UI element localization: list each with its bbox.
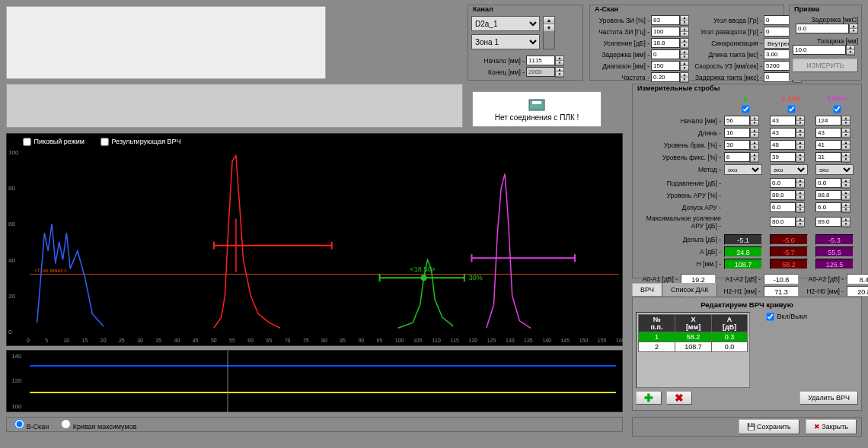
bscan-radio[interactable]: B-Скан (14, 419, 49, 431)
svg-text:20: 20 (8, 293, 15, 300)
svg-text:120: 120 (11, 377, 22, 384)
result-value: -5.1 (724, 234, 762, 245)
svg-text:25: 25 (119, 338, 125, 343)
vrc-th: № п.п. (639, 315, 675, 332)
gate-input[interactable] (815, 202, 841, 212)
svg-text:55: 55 (229, 338, 235, 343)
gate-input[interactable] (770, 217, 796, 227)
gate-input[interactable] (815, 190, 841, 200)
add-point-button[interactable]: ✚ (636, 391, 662, 405)
gate-method[interactable]: эхо (724, 164, 762, 175)
svg-text:45: 45 (193, 338, 199, 343)
svg-text:0: 0 (27, 338, 30, 343)
gate-input[interactable] (770, 116, 796, 126)
gate-label: Начало [мм] - (636, 117, 721, 125)
svg-text:145: 145 (560, 338, 570, 343)
diff-label: A0-A1 [дБ] - (636, 275, 678, 283)
svg-text:30%: 30% (469, 274, 483, 281)
gate-label: Допуск АРУ - (636, 204, 721, 211)
measure-button[interactable]: ИЗМЕРИТЬ (793, 59, 858, 72)
vrc-th: A [дБ] (712, 315, 748, 332)
close-button[interactable]: ✖ Закрыть (806, 419, 857, 434)
ascan-chart[interactable]: Пиковый режим Результирующая ВРЧ 0204060… (6, 133, 623, 346)
param-input[interactable] (651, 27, 680, 37)
gate-label: Уровень фикс. [%] - (636, 154, 721, 161)
diff-label: H2-H1 [мм] - (719, 288, 761, 295)
gate-label: Уровень брак. [%] - (636, 141, 721, 149)
end-input[interactable] (526, 67, 555, 77)
channel-spinner[interactable]: ▲▼ (543, 16, 555, 49)
svg-point-49 (421, 275, 427, 281)
channel-select-2[interactable]: Зона 1 (471, 34, 540, 49)
param-input[interactable] (651, 38, 680, 48)
param-input[interactable] (651, 72, 680, 82)
save-button[interactable]: 💾 Сохранить (739, 419, 799, 434)
svg-text:10: 10 (63, 338, 69, 343)
diff-label: A1-A2 [дБ] - (719, 275, 761, 283)
svg-rect-1 (532, 101, 541, 104)
gate-enable-check[interactable] (833, 105, 841, 113)
tab-vrc[interactable]: ВРЧ (632, 283, 662, 296)
start-input[interactable] (526, 56, 555, 65)
vrc-onoff-check[interactable]: Вкл/Выкл (765, 312, 807, 388)
result-value: -5.0 (770, 234, 808, 245)
param-input[interactable] (651, 15, 680, 25)
start-label: Начало [мм] - (471, 57, 525, 65)
svg-text:85: 85 (340, 338, 346, 343)
param-label: Угол разворота [Гр] - (691, 28, 762, 36)
svg-text:140: 140 (542, 338, 551, 343)
svg-text:135: 135 (524, 338, 533, 343)
param-label: Задержка [мм] - (593, 51, 649, 59)
gate-input[interactable] (770, 128, 796, 138)
svg-text:40: 40 (174, 338, 180, 343)
gate-method[interactable]: эхо (770, 164, 808, 175)
svg-text:95: 95 (377, 338, 383, 343)
gate-enable-check[interactable] (787, 105, 795, 113)
gate-input[interactable] (724, 152, 750, 162)
svg-text:90: 90 (358, 338, 364, 343)
vrc-row[interactable]: 2108.70.0 (639, 342, 748, 352)
gate-input[interactable] (815, 178, 841, 188)
diff-label: H2-H0 [мм] - (802, 288, 844, 295)
gate-input[interactable] (815, 140, 841, 150)
gate-input[interactable] (815, 217, 841, 227)
thick-input[interactable] (793, 45, 846, 55)
gate-input[interactable] (770, 202, 796, 212)
gate-input[interactable] (724, 116, 750, 126)
remove-point-button[interactable]: ✖ (666, 391, 692, 405)
gate-input[interactable] (770, 190, 796, 200)
tab-dak[interactable]: Список ДАК (662, 283, 717, 296)
delay-input[interactable] (796, 24, 849, 33)
svg-text:75: 75 (303, 338, 309, 343)
gate-input[interactable] (815, 116, 841, 126)
channel-select-1[interactable]: D2a_1 (471, 16, 540, 31)
plc-icon (528, 97, 546, 112)
bscan-chart[interactable]: 140 120 100 (6, 350, 623, 412)
gate-enable-check[interactable] (742, 105, 749, 113)
param-label: Скорость УЗ [мм/сек] - (691, 62, 762, 70)
param-input[interactable] (651, 61, 680, 71)
vrc-row[interactable]: 158.20.3 (639, 332, 748, 342)
curve-radio[interactable]: Кривая максимумов (61, 419, 136, 431)
blank-canvas-mid (6, 84, 463, 128)
param-label: Усиление [дБ] - (593, 40, 649, 47)
peak-mode-check[interactable]: Пиковый режим (22, 137, 85, 147)
svg-text:50: 50 (211, 338, 217, 343)
gate-input[interactable] (770, 152, 796, 162)
gate-input[interactable] (770, 178, 796, 188)
gate-input[interactable] (724, 128, 750, 138)
gate-input[interactable] (815, 152, 841, 162)
svg-text:80: 80 (321, 338, 327, 343)
gates-panel: Измерительные стробы 12 АРУ3 ВРЧНачало [… (632, 84, 862, 278)
gate-col-hdr: 1 (724, 95, 767, 103)
svg-text:60: 60 (247, 338, 254, 343)
svg-text:160: 160 (616, 338, 624, 343)
gate-input[interactable] (724, 140, 750, 150)
gate-method[interactable]: эхо (815, 164, 854, 175)
gate-input[interactable] (815, 128, 841, 138)
param-input[interactable] (651, 49, 680, 59)
delete-vrc-button[interactable]: Удалить ВРЧ (799, 391, 858, 405)
res-vrc-check[interactable]: Результирующая ВРЧ (100, 137, 181, 147)
gate-input[interactable] (770, 140, 796, 150)
vrc-table[interactable]: № п.п.X [мм]A [дБ]158.20.32108.70.0 (638, 314, 748, 352)
